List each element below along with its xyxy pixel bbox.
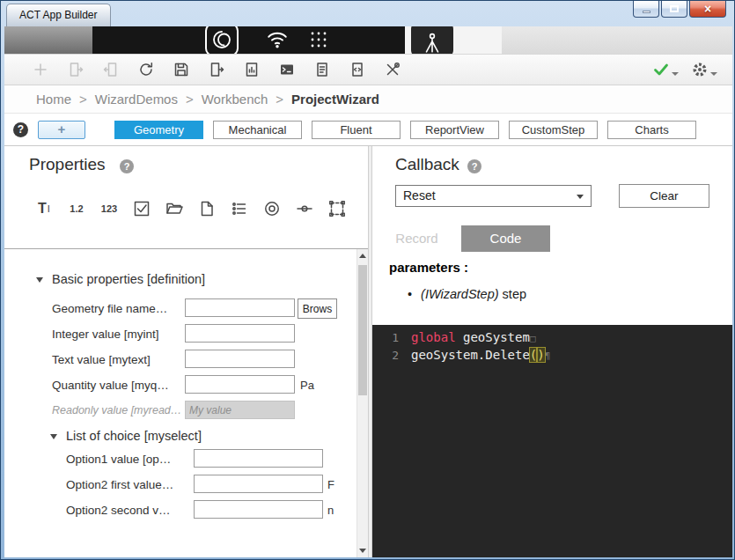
section-list-of-choice[interactable]: List of choice [myselect] — [4, 429, 368, 446]
validate-button[interactable] — [651, 60, 671, 79]
titlebar[interactable]: ACT App Builder — [1, 1, 734, 26]
add-file-open-property-button[interactable] — [165, 197, 184, 220]
window-body: Home>WizardDemos>Workbench>ProjectWizard… — [4, 26, 732, 557]
browse-button[interactable]: Brows — [298, 298, 337, 319]
clear-button[interactable]: Clear — [619, 184, 709, 208]
add-button[interactable] — [31, 60, 50, 79]
property-label: Geometry file name… — [52, 302, 167, 315]
option2-second-input[interactable] — [194, 500, 323, 519]
add-select-box-property-button[interactable] — [327, 197, 347, 220]
wrench-tools-icon — [384, 61, 401, 78]
export-page-icon — [67, 61, 85, 78]
unit-label: n — [327, 504, 334, 517]
property-row-readonly: Readonly value [myread… — [4, 401, 368, 422]
add-integer-property-button[interactable]: 123 — [99, 197, 119, 220]
unit-label: Pa — [300, 379, 314, 392]
add-float-property-button[interactable]: 1.2 — [67, 197, 86, 220]
option1-value-input[interactable] — [194, 449, 323, 468]
app-window: ACT App Builder — [0, 0, 735, 560]
log-button[interactable] — [312, 60, 332, 79]
quantity-value-input[interactable] — [185, 375, 295, 394]
chevron-down-icon — [577, 195, 584, 199]
tab-geometry[interactable]: Geometry — [114, 121, 203, 139]
add-options-property-button[interactable] — [230, 197, 249, 220]
settings-button[interactable] — [690, 60, 709, 79]
step-tab-strip: ? + Geometry Mechanical Fluent ReportVie… — [4, 114, 732, 146]
refresh-icon — [137, 61, 155, 78]
properties-header: Properties ? TI 1.2 123 — [4, 146, 368, 249]
code-line-2[interactable]: 2geoSystem.Delete()¶ — [372, 346, 732, 364]
add-text-property-button[interactable]: TI — [34, 197, 54, 220]
import-wizard-button[interactable] — [101, 60, 121, 79]
property-row-geometry-file: Geometry file name… Brows — [4, 298, 368, 320]
minimize-button[interactable] — [633, 1, 659, 18]
scroll-down-button[interactable] — [357, 544, 368, 557]
xml-view-button[interactable] — [348, 60, 367, 79]
property-label: Readonly value [myread… — [52, 404, 181, 416]
code-keyword: global — [411, 330, 456, 344]
file-icon — [197, 199, 217, 218]
callback-event-select[interactable]: Reset — [395, 185, 592, 207]
text-value-input[interactable] — [185, 350, 295, 368]
code-editor[interactable]: 1global geoSystem□ 2geoSystem.Delete()¶ — [372, 325, 732, 557]
refresh-button[interactable] — [136, 60, 156, 79]
console-button[interactable] — [277, 60, 297, 79]
export-run-button[interactable] — [207, 60, 226, 79]
spiral-icon — [205, 26, 239, 54]
minimize-icon — [643, 11, 650, 13]
section-basic-properties[interactable]: Basic properties [definition] — [4, 272, 368, 290]
help-icon[interactable]: ? — [13, 122, 28, 137]
collapse-triangle-icon — [50, 434, 57, 439]
section-label: List of choice [myselect] — [66, 429, 202, 443]
add-slider-property-button[interactable] — [295, 197, 314, 220]
properties-scrollbar[interactable] — [356, 249, 368, 557]
code-page-icon — [349, 61, 366, 78]
code-identifier: geoSystem — [456, 330, 530, 344]
add-radio-property-button[interactable] — [262, 197, 282, 220]
code-line-1[interactable]: 1global geoSystem□ — [372, 328, 732, 346]
add-icon — [32, 61, 49, 78]
readonly-value-input — [185, 401, 295, 419]
option2-first-input[interactable] — [194, 475, 323, 493]
callback-event-value: Reset — [403, 188, 436, 203]
tab-customstep[interactable]: CustomStep — [509, 121, 598, 139]
tab-charts[interactable]: Charts — [607, 121, 696, 139]
breadcrumb-projectwizard[interactable]: ProjectWizard — [291, 92, 379, 107]
geometry-file-input[interactable] — [185, 298, 295, 317]
add-checkbox-property-button[interactable] — [132, 197, 151, 220]
toolbar-right-group — [632, 60, 709, 79]
chevron-down-icon — [672, 72, 679, 76]
tab-reportview[interactable]: ReportView — [410, 121, 499, 139]
wifi-icon — [265, 28, 290, 54]
arrow-down-icon — [359, 549, 366, 553]
save-button[interactable] — [172, 60, 191, 79]
folder-open-icon — [165, 199, 184, 218]
report-chart-icon — [243, 61, 261, 78]
property-row-option1: Option1 value [op… — [4, 449, 368, 470]
add-step-button[interactable]: + — [38, 121, 85, 139]
tab-code[interactable]: Code — [461, 225, 550, 252]
breadcrumb-wizarddemos[interactable]: WizardDemos — [95, 92, 178, 107]
integer-value-input[interactable] — [185, 324, 295, 343]
settings-gear-icon — [690, 60, 709, 79]
export-wizard-button[interactable] — [66, 60, 85, 79]
maximize-button[interactable] — [661, 1, 687, 18]
close-button[interactable] — [689, 1, 726, 18]
integer-icon: 123 — [101, 203, 117, 214]
window-controls — [631, 1, 726, 18]
tab-record[interactable]: Record — [372, 225, 461, 252]
tab-fluent[interactable]: Fluent — [312, 121, 401, 139]
properties-help-icon[interactable]: ? — [120, 159, 134, 173]
float-icon: 1.2 — [70, 203, 83, 214]
tools-button[interactable] — [383, 60, 402, 79]
scrollbar-thumb[interactable] — [358, 265, 367, 395]
tab-mechanical[interactable]: Mechanical — [213, 121, 302, 139]
add-file-property-button[interactable] — [197, 197, 217, 220]
callback-help-icon[interactable]: ? — [467, 159, 481, 173]
property-row-option2-second: Option2 second v… n — [4, 500, 368, 521]
report-button[interactable] — [242, 60, 261, 79]
breadcrumb-workbench[interactable]: Workbench — [202, 92, 268, 107]
bullet-icon: • — [408, 287, 412, 301]
breadcrumb-home[interactable]: Home — [36, 92, 71, 107]
scroll-up-button[interactable] — [357, 249, 368, 262]
